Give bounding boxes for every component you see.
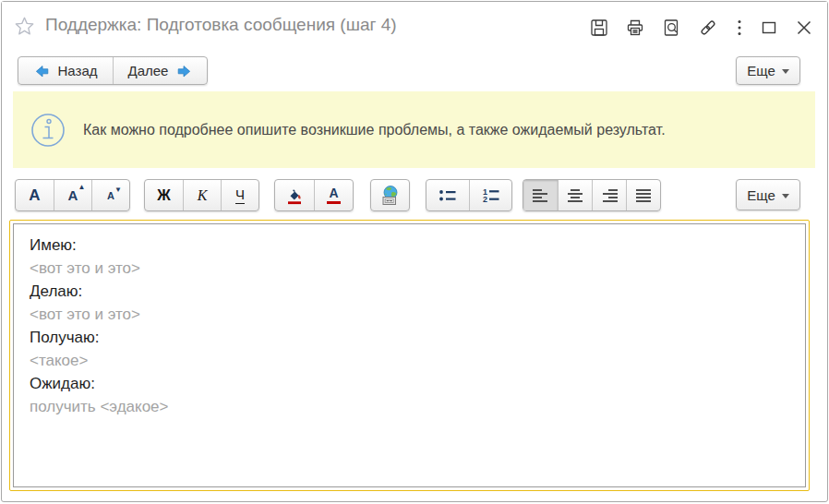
back-button-label: Назад bbox=[58, 63, 98, 78]
format-toolbar: А А▲ А▼ Ж К Ч bbox=[2, 179, 827, 211]
align-justify-button[interactable] bbox=[626, 180, 660, 210]
arrow-left-icon bbox=[34, 63, 51, 79]
insert-picture-icon bbox=[379, 185, 402, 206]
editor-line: <такое> bbox=[30, 349, 789, 372]
font-increase-icon: А▲ bbox=[68, 187, 78, 203]
arrow-right-icon bbox=[175, 63, 192, 79]
align-center-icon bbox=[567, 189, 583, 202]
support-message-window: Поддержка: Подготовка сообщения (шаг 4) bbox=[1, 1, 828, 502]
fill-color-button[interactable] bbox=[275, 180, 314, 210]
underline-icon: Ч bbox=[235, 186, 245, 204]
title-bar-actions bbox=[589, 18, 814, 38]
more-button-top[interactable]: Еще bbox=[736, 56, 800, 85]
get-link-icon[interactable] bbox=[697, 18, 719, 38]
print-icon[interactable] bbox=[625, 18, 645, 38]
italic-icon: К bbox=[198, 187, 208, 204]
info-banner: Как можно подробнее опишите возникшие пр… bbox=[13, 91, 815, 168]
banner-text: Как можно подробнее опишите возникшие пр… bbox=[83, 122, 666, 138]
align-right-button[interactable] bbox=[592, 180, 626, 210]
list-group: 1 2 bbox=[426, 179, 512, 211]
numbered-list-icon: 1 2 bbox=[482, 187, 500, 203]
editor-lines: Имею:<вот это и это>Делаю:<вот это и это… bbox=[30, 234, 789, 418]
font-decrease-button[interactable]: А▼ bbox=[91, 180, 129, 210]
align-justify-icon bbox=[635, 189, 652, 202]
bold-button[interactable]: Ж bbox=[145, 180, 183, 210]
print-preview-icon[interactable] bbox=[661, 18, 681, 38]
font-icon: А bbox=[29, 186, 40, 205]
more-button-format[interactable]: Еще bbox=[736, 179, 800, 210]
text-color-button[interactable]: А bbox=[314, 180, 353, 210]
bullet-list-icon bbox=[439, 188, 457, 203]
bold-icon: Ж bbox=[157, 187, 170, 204]
next-button[interactable]: Далее bbox=[113, 57, 207, 84]
more-button-top-label: Еще bbox=[747, 63, 775, 78]
nav-toolbar: Назад Далее Еще bbox=[2, 55, 827, 87]
editor-line: Имею: bbox=[30, 234, 789, 257]
italic-button[interactable]: К bbox=[183, 180, 221, 210]
close-icon[interactable] bbox=[794, 18, 814, 38]
align-group bbox=[523, 179, 661, 211]
text-style-group: Ж К Ч bbox=[144, 179, 259, 211]
next-button-label: Далее bbox=[128, 63, 169, 78]
favorite-star-icon[interactable] bbox=[14, 16, 35, 37]
font-button[interactable]: А bbox=[16, 180, 54, 210]
editor-line: <вот это и это> bbox=[30, 303, 789, 326]
chevron-down-icon bbox=[782, 69, 789, 74]
align-center-button[interactable] bbox=[558, 180, 592, 210]
editor-line: Ожидаю: bbox=[30, 372, 789, 395]
align-left-icon bbox=[533, 189, 549, 202]
editor-line: Получаю: bbox=[30, 326, 789, 349]
editor-line: получить <эдакое> bbox=[30, 395, 789, 418]
more-vertical-icon[interactable] bbox=[735, 18, 744, 38]
color-group: А bbox=[274, 179, 354, 211]
font-decrease-icon: А▼ bbox=[107, 190, 114, 201]
editor-line: <вот это и это> bbox=[30, 257, 789, 280]
message-editor[interactable]: Имею:<вот это и это>Делаю:<вот это и это… bbox=[13, 223, 806, 487]
wizard-nav-group: Назад Далее bbox=[18, 56, 208, 85]
back-button[interactable]: Назад bbox=[18, 57, 113, 84]
fill-color-icon bbox=[285, 186, 304, 205]
editor-line: Делаю: bbox=[30, 280, 789, 303]
numbered-list-button[interactable]: 1 2 bbox=[469, 180, 511, 210]
chevron-down-icon bbox=[782, 194, 789, 198]
underline-button[interactable]: Ч bbox=[221, 180, 258, 210]
info-circle-icon bbox=[30, 112, 66, 149]
font-increase-button[interactable]: А▲ bbox=[54, 180, 91, 210]
svg-text:2: 2 bbox=[483, 195, 487, 203]
picture-group bbox=[370, 179, 410, 211]
more-button-format-label: Еще bbox=[747, 187, 775, 203]
text-color-icon: А bbox=[327, 186, 341, 204]
message-editor-frame: Имею:<вот это и это>Делаю:<вот это и это… bbox=[9, 220, 810, 491]
align-left-button[interactable] bbox=[523, 180, 558, 210]
window-title: Поддержка: Подготовка сообщения (шаг 4) bbox=[45, 15, 397, 35]
title-bar: Поддержка: Подготовка сообщения (шаг 4) bbox=[2, 2, 827, 52]
maximize-icon[interactable] bbox=[760, 18, 778, 38]
insert-picture-button[interactable] bbox=[371, 180, 409, 210]
font-group: А А▲ А▼ bbox=[15, 179, 130, 211]
bullet-list-button[interactable] bbox=[427, 180, 469, 210]
align-right-icon bbox=[601, 189, 618, 202]
save-icon[interactable] bbox=[589, 18, 609, 38]
